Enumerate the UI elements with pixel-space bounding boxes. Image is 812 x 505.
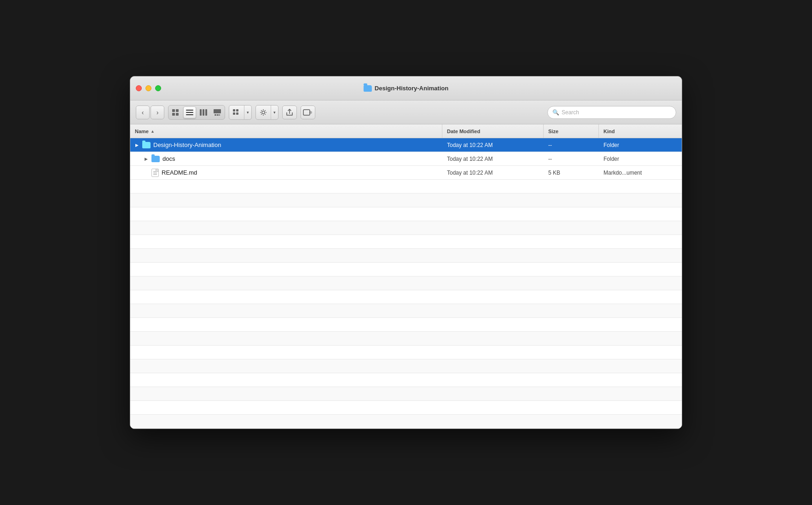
expand-arrow[interactable]: ▶ bbox=[143, 156, 149, 162]
size-cell: -- bbox=[544, 156, 599, 162]
forward-button[interactable]: › bbox=[151, 106, 164, 119]
content-area: Name ▲ Date Modified Size Kind ▶ Design-… bbox=[130, 124, 682, 429]
name-column-header[interactable]: Name ▲ bbox=[130, 124, 442, 138]
size-cell: 5 KB bbox=[544, 170, 599, 176]
back-button[interactable]: ‹ bbox=[136, 106, 150, 119]
file-cell-name: ▶ Design-History-Animation bbox=[130, 141, 442, 148]
svg-rect-7 bbox=[200, 109, 202, 116]
column-view-icon bbox=[200, 109, 207, 116]
table-row[interactable]: ▶ Design-History-Animation Today at 10:2… bbox=[130, 138, 682, 152]
svg-rect-0 bbox=[172, 109, 175, 112]
svg-rect-15 bbox=[236, 109, 238, 112]
date-column-header[interactable]: Date Modified bbox=[442, 124, 544, 138]
expand-arrow[interactable]: ▶ bbox=[134, 142, 139, 148]
search-box[interactable]: 🔍 bbox=[547, 106, 676, 119]
svg-rect-8 bbox=[203, 109, 204, 116]
gallery-view-button[interactable] bbox=[211, 106, 224, 118]
search-input[interactable] bbox=[562, 109, 671, 116]
tag-button[interactable] bbox=[301, 106, 315, 119]
empty-row bbox=[130, 263, 682, 276]
empty-row bbox=[130, 304, 682, 318]
nav-buttons: ‹ › bbox=[136, 106, 164, 119]
title-bar-center: Design-History-Animation bbox=[364, 85, 448, 92]
svg-rect-5 bbox=[186, 112, 193, 113]
svg-rect-19 bbox=[303, 110, 310, 115]
svg-rect-16 bbox=[233, 112, 235, 115]
window-title: Design-History-Animation bbox=[375, 85, 448, 92]
gear-icon bbox=[256, 106, 271, 119]
date-modified-cell: Today at 10:22 AM bbox=[442, 170, 544, 176]
share-button[interactable] bbox=[282, 106, 297, 119]
svg-rect-4 bbox=[186, 110, 193, 111]
size-cell: -- bbox=[544, 142, 599, 148]
table-row[interactable]: ▶ docs Today at 10:22 AM -- Folder bbox=[130, 152, 682, 166]
svg-rect-11 bbox=[215, 114, 216, 116]
empty-row bbox=[130, 194, 682, 207]
minimize-button[interactable] bbox=[145, 85, 151, 91]
empty-row bbox=[130, 207, 682, 221]
traffic-lights bbox=[136, 85, 161, 91]
svg-rect-6 bbox=[186, 114, 193, 115]
arrange-icon bbox=[229, 106, 244, 119]
svg-rect-17 bbox=[236, 112, 238, 115]
close-button[interactable] bbox=[136, 85, 142, 91]
title-bar: Design-History-Animation bbox=[130, 76, 682, 100]
kind-cell: Folder bbox=[599, 156, 682, 162]
toolbar: ‹ › bbox=[130, 100, 682, 124]
kind-column-header[interactable]: Kind bbox=[599, 124, 682, 138]
svg-point-18 bbox=[262, 111, 265, 114]
empty-row bbox=[130, 221, 682, 235]
kind-cell: Folder bbox=[599, 142, 682, 148]
empty-row bbox=[130, 318, 682, 332]
empty-row bbox=[130, 332, 682, 346]
empty-row bbox=[130, 276, 682, 290]
action-button[interactable]: ▾ bbox=[255, 105, 278, 120]
list-view-button[interactable] bbox=[183, 106, 196, 118]
empty-row bbox=[130, 235, 682, 249]
file-cell-name: ▶ docs bbox=[130, 155, 442, 162]
file-name: docs bbox=[162, 155, 175, 162]
file-name: Design-History-Animation bbox=[153, 141, 221, 148]
svg-rect-1 bbox=[176, 109, 179, 112]
gallery-view-icon bbox=[214, 109, 221, 116]
svg-rect-13 bbox=[219, 114, 220, 116]
empty-row bbox=[130, 249, 682, 263]
sort-arrow: ▲ bbox=[151, 129, 155, 134]
file-list: ▶ Design-History-Animation Today at 10:2… bbox=[130, 138, 682, 429]
gear-svg bbox=[260, 109, 267, 116]
folder-icon bbox=[142, 142, 151, 148]
empty-row bbox=[130, 346, 682, 359]
empty-row bbox=[130, 415, 682, 429]
arrange-dropdown-arrow[interactable]: ▾ bbox=[244, 106, 251, 119]
arrange-grid-icon bbox=[233, 109, 240, 116]
svg-rect-9 bbox=[205, 109, 207, 116]
share-icon bbox=[286, 109, 293, 116]
file-cell-name: README.md bbox=[130, 169, 442, 177]
icon-view-icon bbox=[172, 109, 180, 116]
finder-window: Design-History-Animation ‹ › bbox=[130, 76, 682, 429]
list-view-icon bbox=[186, 109, 193, 116]
icon-view-button[interactable] bbox=[169, 106, 182, 118]
action-dropdown-arrow[interactable]: ▾ bbox=[271, 106, 278, 119]
file-icon bbox=[151, 169, 159, 177]
date-modified-cell: Today at 10:22 AM bbox=[442, 156, 544, 162]
size-column-header[interactable]: Size bbox=[544, 124, 599, 138]
column-view-button[interactable] bbox=[197, 106, 210, 118]
date-modified-cell: Today at 10:22 AM bbox=[442, 142, 544, 148]
column-headers: Name ▲ Date Modified Size Kind bbox=[130, 124, 682, 138]
kind-cell: Markdo...ument bbox=[599, 170, 682, 176]
table-row[interactable]: README.md Today at 10:22 AM 5 KB Markdo.… bbox=[130, 166, 682, 180]
svg-rect-2 bbox=[172, 113, 175, 116]
empty-row bbox=[130, 359, 682, 373]
arrange-button[interactable]: ▾ bbox=[229, 105, 252, 120]
view-mode-group bbox=[168, 105, 225, 120]
maximize-button[interactable] bbox=[155, 85, 161, 91]
title-folder-icon bbox=[364, 85, 372, 92]
empty-row bbox=[130, 290, 682, 304]
tag-icon bbox=[303, 108, 313, 117]
search-icon: 🔍 bbox=[552, 109, 559, 116]
folder-icon bbox=[151, 156, 160, 162]
svg-rect-10 bbox=[214, 109, 221, 113]
svg-rect-3 bbox=[176, 113, 179, 116]
svg-point-20 bbox=[309, 111, 312, 114]
